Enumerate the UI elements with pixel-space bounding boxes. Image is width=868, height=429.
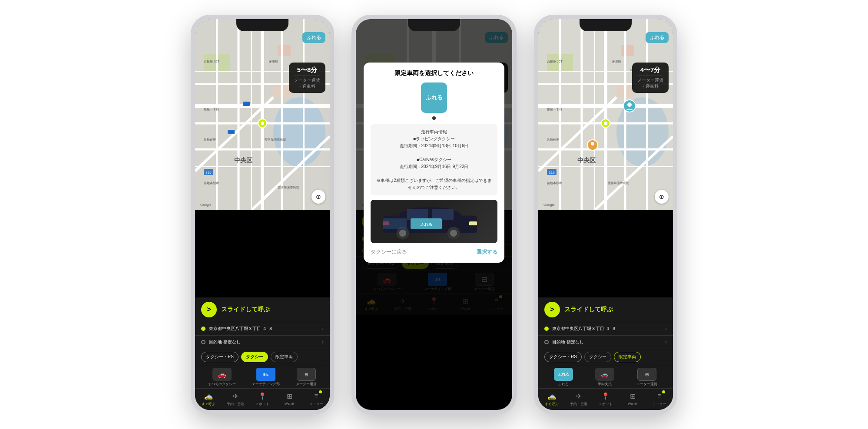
wallet-label-1: Wallet [285, 402, 294, 406]
svg-point-52 [450, 230, 457, 237]
modal-vehicle-info-2: 走行車両情報 ■ラッピングタクシー 走行期間：2024年9月13日-10月6日 … [371, 124, 497, 195]
spot-icon-1: 📍 [258, 391, 267, 401]
vehicle-type1-period: 走行期間：2024年9月13日-10月6日 [375, 142, 493, 149]
nav-menu-3[interactable]: ≡ メニュー [646, 391, 673, 406]
fureru-badge-3[interactable]: ふれる [646, 32, 669, 43]
fureru-badge-1[interactable]: ふれる [302, 32, 325, 43]
menu-icon-1: ≡ [311, 391, 321, 401]
destination-row-3[interactable]: 目的地 指定なし › [538, 335, 673, 349]
service-meter-1[interactable]: ⊟ メーター運賃 [296, 368, 317, 386]
nav-spot-1[interactable]: 📍 スポット [249, 391, 276, 406]
destination-dot-1 [201, 340, 205, 344]
service-row-3: ふれる ふれる 🚗 車内支払 ⊟ メーター運賃 [538, 365, 673, 388]
reservation-icon-3: ✈ [574, 391, 583, 401]
fureru-icon-3: ふれる [554, 368, 573, 381]
nav-menu-1[interactable]: ≡ メニュー [303, 391, 330, 406]
wallet-icon-1: ⊞ [285, 391, 294, 401]
screen-1: 中央区 西銀座 JCT 銀座一丁目 歌舞伎座 築地本願寺 茅場町 聖路加国際病院… [195, 19, 330, 410]
nav-wallet-1[interactable]: ⊞ Wallet [276, 391, 303, 406]
service-car-payment-3[interactable]: 🚗 車内支払 [595, 368, 614, 386]
notch-1 [236, 19, 288, 31]
svg-point-78 [604, 122, 607, 125]
tab-taxi-rs-3[interactable]: タクシー・RS [544, 352, 582, 362]
svg-text:西銀座 JCT: 西銀座 JCT [547, 60, 563, 63]
svg-rect-47 [407, 209, 428, 220]
tab-taxi-1[interactable]: タクシー [241, 352, 268, 362]
modal-fureru-icon-2: ふれる [421, 82, 447, 113]
destination-text-3: 目的地 指定なし [552, 339, 662, 345]
slide-text-1: スライドして呼ぶ [221, 306, 270, 314]
svg-text:西銀座 JCT: 西銀座 JCT [204, 60, 220, 63]
eta-badge-1: 5〜8分 メーター運賃 + 迎車料 [289, 63, 325, 93]
menu-label-1: メニュー [309, 402, 323, 406]
slide-button-3[interactable]: > [544, 302, 560, 317]
notch-2 [408, 19, 460, 31]
nav-spot-3[interactable]: 📍 スポット [592, 391, 619, 406]
all-taxi-icon-1: 🚗 [212, 368, 232, 381]
modal-actions-2: タクシーに戻る 選択する [371, 248, 497, 256]
location-text-1: 東京都中央区八丁堀３丁目-４-３ [209, 326, 318, 332]
bottom-panel-1: > スライドして呼ぶ 東京都中央区八丁堀３丁目-４-３ › 目的地 指定なし ›… [195, 297, 330, 410]
vehicle-type2-period: 走行期間：2024年9月16日-9月22日 [375, 163, 493, 170]
destination-dot-3 [544, 340, 549, 344]
nav-quick-call-3[interactable]: 🚕 すぐ呼ぶ [538, 391, 565, 406]
slide-text-3: スライドして呼ぶ [564, 306, 613, 314]
slide-button-1[interactable]: > [201, 302, 217, 317]
location-row-1[interactable]: 東京都中央区八丁堀３丁目-４-３ › [195, 322, 330, 335]
location-text-3: 東京都中央区八丁堀３丁目-４-３ [552, 326, 662, 332]
compass-button-1[interactable]: ⊕ [311, 190, 325, 204]
svg-text:316: 316 [549, 171, 555, 175]
location-row-3[interactable]: 東京都中央区八丁堀３丁目-４-３ › [538, 322, 673, 335]
svg-text:歌舞伎座: 歌舞伎座 [547, 138, 559, 141]
destination-text-1: 目的地 指定なし [209, 339, 318, 345]
svg-text:ふれる: ふれる [420, 222, 432, 227]
wallet-label-3: Wallet [628, 402, 637, 406]
service-biz-1[interactable]: Biz マーケティング部 [252, 368, 280, 386]
svg-text:茅場町: 茅場町 [612, 60, 621, 63]
svg-rect-55 [469, 221, 477, 225]
meter-icon-1: ⊟ [297, 368, 316, 381]
destination-row-1[interactable]: 目的地 指定なし › [195, 335, 330, 349]
svg-rect-4 [278, 45, 291, 56]
svg-point-80 [627, 102, 632, 107]
nav-reservation-3[interactable]: ✈ 予約・空港 [565, 391, 592, 406]
wallet-icon-3: ⊞ [628, 391, 637, 401]
nav-reservation-1[interactable]: ✈ 予約・空港 [222, 391, 249, 406]
modal-back-button-2[interactable]: タクシーに戻る [371, 248, 407, 256]
location-dot-1 [201, 327, 205, 331]
car-payment-label-3: 車内支払 [598, 382, 612, 386]
screen-3: 中央区 西銀座 JCT 銀座一丁目 歌舞伎座 築地本願寺 茅場町 聖路加国際病院… [538, 19, 673, 410]
location-dot-3 [544, 327, 549, 331]
nav-wallet-3[interactable]: ⊞ Wallet [619, 391, 646, 406]
nav-quick-call-1[interactable]: 🚕 すぐ呼ぶ [195, 391, 222, 406]
svg-text:築地本願寺: 築地本願寺 [547, 182, 562, 185]
compass-button-3[interactable]: ⊕ [655, 190, 669, 204]
service-meter-3[interactable]: ⊟ メーター運賃 [636, 368, 657, 386]
slide-bar-1[interactable]: > スライドして呼ぶ [195, 297, 330, 322]
spot-icon-3: 📍 [601, 391, 610, 401]
spot-label-3: スポット [599, 402, 613, 406]
svg-point-50 [399, 230, 406, 237]
vehicle-note: ※車種は2種類ございますが、ご希望の車種の指定はできませんのでご注意ください。 [375, 177, 493, 191]
svg-text:聖路加国際病院: 聖路加国際病院 [608, 182, 629, 185]
slide-bar-3[interactable]: > スライドして呼ぶ [538, 297, 673, 322]
vehicle-type2-title: ■Canvasタクシー [375, 156, 493, 163]
tab-taxi-3[interactable]: タクシー [584, 352, 611, 362]
fureru-label-3: ふれる [558, 382, 569, 386]
bottom-nav-3: 🚕 すぐ呼ぶ ✈ 予約・空港 📍 スポット ⊞ Wallet ≡ [538, 388, 673, 410]
tab-limited-1[interactable]: 限定車両 [271, 352, 298, 362]
eta-time-1: 5〜8分 [294, 66, 320, 74]
svg-rect-57 [383, 218, 407, 229]
tab-limited-3[interactable]: 限定車両 [614, 352, 641, 362]
quick-call-icon-1: 🚕 [204, 391, 213, 401]
tab-taxi-rs-1[interactable]: タクシー・RS [201, 352, 239, 362]
svg-point-20 [261, 122, 264, 125]
menu-icon-3: ≡ [655, 391, 664, 401]
svg-text:中央区: 中央区 [577, 157, 596, 164]
bottom-nav-1: 🚕 すぐ呼ぶ ✈ 予約・空港 📍 スポット ⊞ Wallet ≡ [195, 388, 330, 410]
service-fureru-3[interactable]: ふれる ふれる [554, 368, 573, 386]
meter-icon-3: ⊟ [637, 368, 656, 381]
modal-select-button-2[interactable]: 選択する [477, 248, 497, 256]
service-all-taxi-1[interactable]: 🚗 すべてのタクシー [208, 368, 236, 386]
svg-rect-62 [621, 45, 634, 56]
